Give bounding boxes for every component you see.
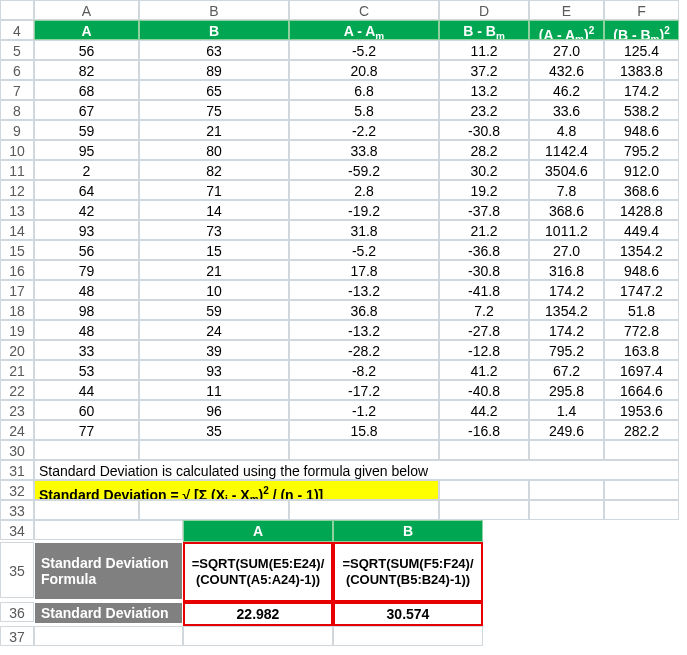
data-cell[interactable]: 48 (34, 280, 139, 300)
data-cell[interactable]: 42 (34, 200, 139, 220)
data-cell[interactable]: 67.2 (529, 360, 604, 380)
data-cell[interactable]: -16.8 (439, 420, 529, 440)
data-cell[interactable]: 1428.8 (604, 200, 679, 220)
data-cell[interactable]: -37.8 (439, 200, 529, 220)
result-cell-B[interactable]: 30.574 (333, 602, 483, 626)
data-cell[interactable]: 2 (34, 160, 139, 180)
result-cell-A[interactable]: 22.982 (183, 602, 333, 626)
data-cell[interactable]: 772.8 (604, 320, 679, 340)
data-cell[interactable]: 1011.2 (529, 220, 604, 240)
data-cell[interactable]: 33.6 (529, 100, 604, 120)
data-cell[interactable]: 64 (34, 180, 139, 200)
data-cell[interactable]: -41.8 (439, 280, 529, 300)
data-cell[interactable]: 59 (34, 120, 139, 140)
row-header[interactable]: 21 (0, 360, 34, 380)
data-cell[interactable]: 60 (34, 400, 139, 420)
row-header[interactable]: 33 (0, 500, 34, 520)
data-cell[interactable]: 538.2 (604, 100, 679, 120)
data-cell[interactable]: 10 (139, 280, 289, 300)
data-cell[interactable]: -13.2 (289, 320, 439, 340)
data-cell[interactable]: 174.2 (604, 80, 679, 100)
data-cell[interactable]: 282.2 (604, 420, 679, 440)
data-cell[interactable]: 432.6 (529, 60, 604, 80)
data-cell[interactable]: -30.8 (439, 260, 529, 280)
col-header-D[interactable]: D (439, 0, 529, 20)
data-cell[interactable]: 15 (139, 240, 289, 260)
data-cell[interactable]: 20.8 (289, 60, 439, 80)
data-cell[interactable]: 1354.2 (604, 240, 679, 260)
data-cell[interactable]: 1354.2 (529, 300, 604, 320)
data-cell[interactable]: 912.0 (604, 160, 679, 180)
data-cell[interactable]: 28.2 (439, 140, 529, 160)
data-cell[interactable]: 35 (139, 420, 289, 440)
data-cell[interactable]: 7.2 (439, 300, 529, 320)
row-header[interactable]: 34 (0, 520, 34, 540)
data-cell[interactable]: -30.8 (439, 120, 529, 140)
data-cell[interactable]: 96 (139, 400, 289, 420)
data-cell[interactable]: 31.8 (289, 220, 439, 240)
data-cell[interactable]: 33.8 (289, 140, 439, 160)
data-cell[interactable]: 1383.8 (604, 60, 679, 80)
data-cell[interactable]: 17.8 (289, 260, 439, 280)
data-cell[interactable]: -27.8 (439, 320, 529, 340)
empty-cell[interactable] (139, 440, 289, 460)
data-cell[interactable]: 368.6 (529, 200, 604, 220)
data-cell[interactable]: -8.2 (289, 360, 439, 380)
table-header-E[interactable]: (A - Am)2 (529, 20, 604, 40)
table-header-B[interactable]: B (139, 20, 289, 40)
data-cell[interactable]: -5.2 (289, 40, 439, 60)
data-cell[interactable]: 449.4 (604, 220, 679, 240)
data-cell[interactable]: 14 (139, 200, 289, 220)
data-cell[interactable]: 21.2 (439, 220, 529, 240)
data-cell[interactable]: 15.8 (289, 420, 439, 440)
data-cell[interactable]: 1747.2 (604, 280, 679, 300)
row-header[interactable]: 20 (0, 340, 34, 360)
row-header[interactable]: 22 (0, 380, 34, 400)
empty-cell[interactable] (34, 440, 139, 460)
data-cell[interactable]: 48 (34, 320, 139, 340)
data-cell[interactable]: 59 (139, 300, 289, 320)
row-header[interactable]: 32 (0, 480, 34, 500)
data-cell[interactable]: 5.8 (289, 100, 439, 120)
data-cell[interactable]: 37.2 (439, 60, 529, 80)
col-header-C[interactable]: C (289, 0, 439, 20)
data-cell[interactable]: 67 (34, 100, 139, 120)
empty-cell[interactable] (604, 440, 679, 460)
data-cell[interactable]: 1953.6 (604, 400, 679, 420)
data-cell[interactable]: 19.2 (439, 180, 529, 200)
empty-cell[interactable] (529, 500, 604, 520)
col-header-B[interactable]: B (139, 0, 289, 20)
data-cell[interactable]: 13.2 (439, 80, 529, 100)
data-cell[interactable]: 79 (34, 260, 139, 280)
data-cell[interactable]: 7.8 (529, 180, 604, 200)
row-header[interactable]: 9 (0, 120, 34, 140)
data-cell[interactable]: 30.2 (439, 160, 529, 180)
col-header-E[interactable]: E (529, 0, 604, 20)
data-cell[interactable]: 948.6 (604, 120, 679, 140)
formula-cell-A[interactable]: =SQRT(SUM(E5:E24)/(COUNT(A5:A24)-1)) (183, 542, 333, 602)
data-cell[interactable]: 71 (139, 180, 289, 200)
data-cell[interactable]: 795.2 (604, 140, 679, 160)
data-cell[interactable]: -17.2 (289, 380, 439, 400)
data-cell[interactable]: 51.8 (604, 300, 679, 320)
empty-cell[interactable] (139, 500, 289, 520)
empty-cell[interactable] (439, 440, 529, 460)
col-header-A[interactable]: A (34, 0, 139, 20)
data-cell[interactable]: 82 (34, 60, 139, 80)
row-header[interactable]: 35 (0, 542, 34, 598)
row-header[interactable]: 16 (0, 260, 34, 280)
row-header[interactable]: 18 (0, 300, 34, 320)
row-header[interactable]: 6 (0, 60, 34, 80)
row-header[interactable]: 10 (0, 140, 34, 160)
data-cell[interactable]: -12.8 (439, 340, 529, 360)
data-cell[interactable]: 948.6 (604, 260, 679, 280)
empty-cell[interactable] (34, 520, 183, 540)
data-cell[interactable]: 27.0 (529, 40, 604, 60)
table-header-A[interactable]: A (34, 20, 139, 40)
data-cell[interactable]: 46.2 (529, 80, 604, 100)
data-cell[interactable]: 56 (34, 240, 139, 260)
row-header[interactable]: 37 (0, 626, 34, 646)
empty-cell[interactable] (529, 480, 604, 500)
empty-cell[interactable] (333, 626, 483, 646)
row-header[interactable]: 13 (0, 200, 34, 220)
